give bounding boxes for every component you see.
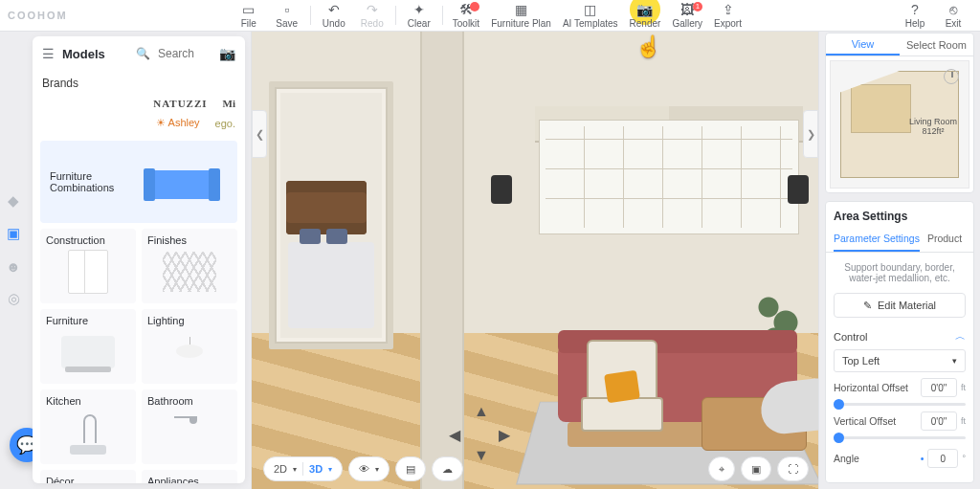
- angle-value[interactable]: 0: [927, 449, 958, 468]
- v-offset-label: Vertical Offset: [834, 415, 896, 427]
- viewport-right-tools: ⌖ ▣ ⛶: [708, 456, 809, 481]
- exit-button[interactable]: ⎋Exit: [934, 0, 972, 32]
- room-label: Living Room 812ft²: [909, 117, 957, 136]
- chevron-down-icon: ▾: [952, 356, 957, 366]
- focus-button[interactable]: ⌖: [708, 456, 735, 481]
- viewport-right-arrow[interactable]: ❯: [803, 110, 818, 158]
- tab-view[interactable]: View: [826, 33, 900, 56]
- ai-templates-icon: ◫: [584, 3, 596, 16]
- undo-button[interactable]: ↶Undo: [315, 0, 353, 32]
- app-logo: COOHOM: [8, 10, 68, 21]
- sidebar-title: Models: [62, 47, 105, 61]
- h-offset-value[interactable]: 0'0": [921, 378, 957, 397]
- tab-product[interactable]: Product: [927, 233, 962, 252]
- file-button[interactable]: ▭File: [230, 0, 268, 32]
- h-offset-label: Horizontal Offset: [834, 382, 908, 393]
- nav-down-icon[interactable]: ▼: [474, 447, 489, 464]
- rail-customize-icon[interactable]: ◎: [4, 289, 23, 308]
- floor-plan[interactable]: Living Room 812ft²: [830, 60, 969, 189]
- pencil-icon: ✎: [863, 300, 872, 312]
- minimap-panel: View Select Room Living Room 812ft²: [825, 33, 974, 193]
- tab-select-room[interactable]: Select Room: [900, 33, 973, 56]
- category-grid: Furniture Combinations Construction Fini…: [33, 135, 245, 483]
- save-icon: ▫: [284, 3, 289, 16]
- help-button[interactable]: ?Help: [896, 0, 934, 32]
- snapshot-button[interactable]: ▣: [741, 456, 771, 481]
- export-button[interactable]: ⇪Export: [708, 0, 747, 32]
- layers-button[interactable]: ▤: [395, 456, 426, 481]
- notification-dot-icon: [470, 2, 479, 11]
- gallery-icon: 🖼: [680, 3, 694, 16]
- focus-icon: ⌖: [719, 463, 724, 476]
- fullscreen-button[interactable]: ⛶: [777, 456, 809, 481]
- camera-icon: 📷: [636, 3, 653, 16]
- edit-material-button[interactable]: ✎Edit Material: [834, 293, 966, 318]
- exit-icon: ⎋: [949, 3, 957, 16]
- card-finishes[interactable]: Finishes: [142, 229, 237, 303]
- viewport-3d[interactable]: ❮ ❯ Wall Editor❯ ✎ ⟳ ⇄ ⧉ ☆ ◇ ▲ ▼ ◀ ▶ 2D▾…: [251, 32, 819, 489]
- eye-icon: 👁: [359, 463, 369, 475]
- render-button[interactable]: 📷Render: [624, 0, 667, 32]
- view-mode-switch[interactable]: 2D▾ 3D▾: [263, 456, 343, 481]
- help-icon: ?: [911, 3, 919, 16]
- card-construction[interactable]: Construction: [40, 229, 136, 303]
- fullscreen-icon: ⛶: [788, 463, 798, 475]
- camera-search-icon[interactable]: 📷: [219, 46, 235, 61]
- brand-ego[interactable]: ego.: [215, 118, 235, 129]
- search-input[interactable]: [156, 46, 213, 61]
- h-offset-slider[interactable]: [834, 403, 966, 406]
- mode-2d[interactable]: 2D: [274, 463, 287, 475]
- save-button[interactable]: ▫Save: [268, 0, 306, 32]
- card-kitchen[interactable]: Kitchen: [40, 389, 136, 464]
- toolkit-button[interactable]: 🛠Toolkit: [447, 0, 485, 32]
- nav-right-icon[interactable]: ▶: [499, 426, 510, 444]
- tab-parameter-settings[interactable]: Parameter Settings: [834, 233, 920, 252]
- collapse-icon[interactable]: ︿: [955, 329, 966, 344]
- v-offset-slider[interactable]: [834, 436, 966, 439]
- shower-thumb-icon: [170, 411, 209, 455]
- redo-button[interactable]: ↷Redo: [353, 0, 391, 32]
- pointer-hand-icon: ☝️: [635, 34, 661, 59]
- brand-ashley[interactable]: ☀ Ashley: [156, 117, 199, 129]
- card-appliances[interactable]: Appliances: [142, 470, 237, 483]
- card-bathroom[interactable]: Bathroom: [142, 389, 237, 464]
- faucet-thumb-icon: [66, 411, 110, 455]
- tool-rail: ◆ ▣ ☻ ◎: [4, 191, 23, 308]
- visibility-button[interactable]: 👁▾: [348, 456, 390, 481]
- card-decor[interactable]: Décor: [40, 470, 136, 483]
- cloud-button[interactable]: ☁: [432, 456, 463, 481]
- v-offset-value[interactable]: 0'0": [921, 411, 957, 431]
- rail-user-icon[interactable]: ☻: [4, 256, 23, 276]
- angle-reset-icon[interactable]: •: [921, 453, 924, 464]
- door-thumb-icon: [68, 250, 108, 294]
- ai-templates-button[interactable]: ◫AI Templates: [557, 0, 624, 32]
- compass-icon: [944, 69, 959, 84]
- brand-minotti[interactable]: Mi: [223, 98, 235, 109]
- search-icon[interactable]: 🔍: [136, 47, 150, 60]
- layers-icon: ▤: [406, 463, 415, 476]
- settings-hint: Support boundary, border, water-jet meda…: [834, 262, 966, 283]
- viewport-left-arrow[interactable]: ❮: [252, 110, 267, 158]
- menu-icon[interactable]: ☰: [42, 46, 55, 61]
- sconce-icon: [491, 175, 512, 204]
- clear-button[interactable]: ✦Clear: [400, 0, 438, 32]
- furniture-plan-icon: ▦: [515, 3, 527, 16]
- export-icon: ⇪: [723, 3, 734, 16]
- rail-models-icon[interactable]: ▣: [4, 224, 23, 243]
- sconce-icon: [788, 175, 809, 204]
- card-lighting[interactable]: Lighting: [142, 309, 237, 384]
- nav-up-icon[interactable]: ▲: [474, 403, 489, 420]
- rail-floorplan-icon[interactable]: ◆: [4, 191, 23, 211]
- gallery-button[interactable]: 🖼1Gallery: [666, 0, 708, 32]
- mode-3d[interactable]: 3D: [309, 463, 323, 475]
- angle-label: Angle: [834, 453, 859, 464]
- card-furniture[interactable]: Furniture: [40, 309, 136, 384]
- card-furniture-combinations[interactable]: Furniture Combinations: [40, 141, 237, 223]
- control-label: Control: [834, 331, 867, 343]
- brand-natuzzi[interactable]: NATUZZI: [153, 98, 207, 109]
- snapshot-icon: ▣: [751, 463, 761, 476]
- furniture-plan-button[interactable]: ▦Furniture Plan: [485, 0, 557, 32]
- alignment-select[interactable]: Top Left▾: [834, 349, 966, 372]
- nav-arrows: ▲ ▼ ◀ ▶: [453, 407, 506, 460]
- nav-left-icon[interactable]: ◀: [449, 426, 460, 444]
